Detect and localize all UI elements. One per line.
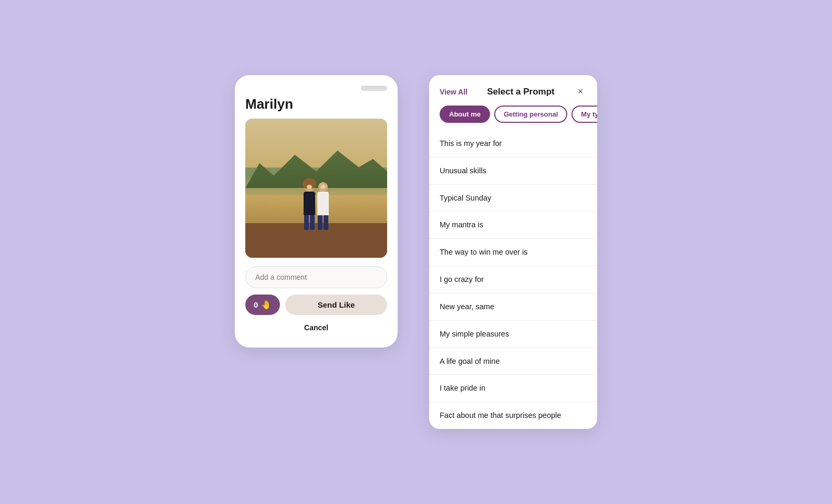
close-button[interactable]: × [574, 86, 587, 98]
prompt-card: View All Select a Prompt × About me Gett… [429, 75, 597, 429]
person-1-hair [303, 178, 316, 188]
hand-icon: 🤚 [261, 300, 272, 310]
person-1 [304, 182, 315, 230]
prompt-item[interactable]: Unusual skills [429, 158, 597, 185]
like-count-number: 0 [254, 300, 258, 309]
prompt-item[interactable]: I go crazy for [429, 266, 597, 293]
prompt-item[interactable]: This is my year for [429, 130, 597, 158]
photo-persons [304, 182, 329, 230]
person-1-body [304, 192, 315, 215]
prompt-item[interactable]: The way to win me over is [429, 239, 597, 266]
person-2-leg-r [324, 215, 328, 230]
prompt-item[interactable]: I take pride in [429, 375, 597, 402]
person-1-leg-r [310, 215, 315, 230]
like-count-button[interactable]: 0 🤚 [245, 295, 280, 315]
prompt-title: Select a Prompt [473, 87, 569, 97]
phone-top-indicator [361, 86, 387, 91]
main-container: Marilyn [235, 75, 597, 429]
prompt-item[interactable]: A life goal of mine [429, 348, 597, 375]
tab-my-type[interactable]: My type [571, 106, 597, 123]
person-2-body [317, 192, 329, 215]
prompt-item[interactable]: Fact about me that surprises people [429, 402, 597, 429]
phone-top-bar [245, 86, 387, 91]
tab-getting-personal[interactable]: Getting personal [494, 106, 567, 123]
phone-card: Marilyn [235, 75, 398, 348]
person-2 [317, 182, 329, 230]
comment-input[interactable] [245, 266, 387, 288]
prompt-item[interactable]: Typical Sunday [429, 185, 597, 212]
profile-name: Marilyn [245, 96, 387, 112]
photo-sky [245, 119, 387, 167]
prompt-header: View All Select a Prompt × [429, 75, 597, 106]
person-2-head [318, 182, 328, 192]
cancel-button[interactable]: Cancel [245, 320, 387, 335]
prompt-item[interactable]: My simple pleasures [429, 321, 597, 348]
person-1-legs [304, 215, 315, 230]
view-all-link[interactable]: View All [440, 88, 467, 96]
prompt-item[interactable]: My mantra is [429, 212, 597, 239]
person-1-leg-l [304, 215, 309, 230]
send-like-button[interactable]: Send Like [285, 295, 387, 315]
tabs-row: About me Getting personal My type [429, 106, 597, 130]
person-2-leg-l [318, 215, 323, 230]
action-row: 0 🤚 Send Like [245, 295, 387, 315]
person-2-legs [318, 215, 328, 230]
photo-background [245, 119, 387, 258]
prompt-list: This is my year for Unusual skills Typic… [429, 130, 597, 429]
tab-about-me[interactable]: About me [440, 106, 490, 123]
profile-photo [245, 119, 387, 258]
prompt-item[interactable]: New year, same [429, 293, 597, 321]
person-1-head [305, 182, 314, 192]
